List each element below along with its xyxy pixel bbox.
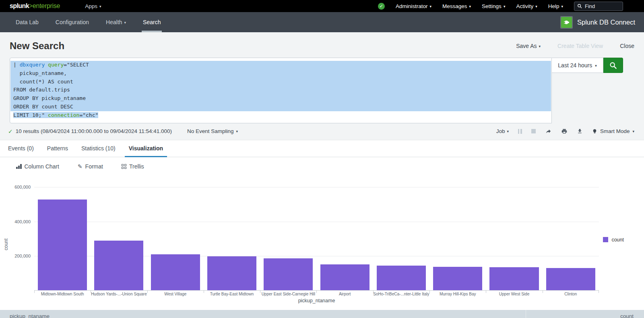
search-section: New Search Save As ▾ Create Table View C…: [0, 32, 644, 140]
x-tick-label: Upper East Side-Carnegie Hill: [260, 292, 316, 296]
close-button[interactable]: Close: [620, 43, 634, 49]
share-job-button[interactable]: [545, 128, 552, 134]
chart-bar[interactable]: [377, 266, 426, 290]
caret-down-icon: ▾: [595, 64, 597, 68]
chart-bar[interactable]: [433, 267, 482, 290]
create-table-view-label: Create Table View: [557, 43, 603, 49]
app-name-label: Splunk DB Connect: [577, 19, 635, 26]
job-label: Job: [496, 128, 505, 134]
printer-icon: [561, 128, 568, 134]
chart-bar[interactable]: [320, 264, 369, 290]
caret-down-icon: ▾: [124, 21, 126, 25]
download-icon: [577, 128, 583, 134]
y-axis-title: count: [3, 238, 9, 250]
query-line: LIMIT 10;" connection="chc": [10, 111, 551, 120]
chart-category-cell: [429, 177, 486, 290]
create-table-view-button[interactable]: Create Table View: [557, 43, 603, 49]
caret-down-icon: ▾: [507, 130, 509, 133]
x-tick-label: Murray Hill-Kips Bay: [429, 292, 486, 296]
caret-down-icon: ▾: [99, 5, 101, 8]
smart-mode-label: Smart Mode: [600, 128, 630, 134]
legend[interactable]: count: [603, 237, 624, 243]
caret-down-icon: ▾: [632, 130, 634, 133]
stats-table-header: pickup_ntaname count: [0, 310, 644, 318]
header-actions: Save As ▾ Create Table View Close: [516, 43, 634, 49]
topbar-menu-activity[interactable]: Activity▾: [516, 3, 537, 9]
event-sampling-label: No Event Sampling: [187, 128, 234, 134]
search-mode-menu[interactable]: Smart Mode ▾: [592, 128, 634, 134]
chart-category-cell: [91, 177, 147, 290]
health-status-icon[interactable]: ✓: [378, 3, 385, 10]
job-controls: Job ▾ Smart Mode ▾: [496, 128, 634, 134]
topbar-menu-administrator[interactable]: Administrator▾: [396, 3, 431, 9]
pause-job-button[interactable]: [518, 129, 522, 134]
stop-job-button[interactable]: [531, 129, 536, 133]
share-icon: [545, 128, 552, 134]
topbar-menu-help[interactable]: Help▾: [548, 3, 563, 9]
chart-type-button[interactable]: Column Chart: [16, 163, 59, 170]
x-tick-label: Hudson Yards-...-Union Square: [91, 292, 147, 296]
chart-type-label: Column Chart: [25, 163, 59, 170]
stats-column-count[interactable]: count: [526, 310, 644, 318]
find-search-box[interactable]: [574, 2, 623, 11]
caret-down-icon: ▾: [504, 5, 506, 8]
search-icon: [577, 4, 582, 9]
chart-bar[interactable]: [94, 241, 143, 290]
stats-column-pickup-ntaname[interactable]: pickup_ntaname: [0, 310, 526, 318]
trellis-grid-icon: [122, 164, 126, 169]
chart-bar[interactable]: [151, 254, 200, 290]
appbar-tab-health[interactable]: Health▾: [97, 12, 134, 32]
run-search-button[interactable]: [603, 58, 623, 73]
legend-swatch: [603, 237, 608, 242]
plug-icon: [561, 17, 572, 28]
x-tick-label: Turtle Bay-East Midtown: [204, 292, 260, 296]
chart-bar[interactable]: [38, 200, 87, 290]
chart-bar[interactable]: [207, 256, 256, 290]
caret-down-icon: ▾: [469, 5, 471, 8]
splunk-logo[interactable]: splunk>enterprise: [10, 2, 60, 10]
chart-category-cell: [34, 177, 91, 290]
caret-down-icon: ▾: [430, 5, 432, 8]
format-button[interactable]: ✎ Format: [78, 163, 103, 170]
query-line: | dbxquery query="SELECT: [10, 61, 551, 69]
app-bar: Data LabConfigurationHealth▾Search Splun…: [0, 12, 644, 32]
topbar-right: ✓ Administrator▾Messages▾Settings▾Activi…: [378, 2, 623, 11]
tab-statistics-10[interactable]: Statistics (10): [77, 140, 120, 157]
print-button[interactable]: [561, 128, 568, 134]
tab-patterns[interactable]: Patterns: [43, 140, 72, 157]
chart-bar[interactable]: [489, 267, 539, 290]
format-label: Format: [85, 163, 103, 170]
chart-category-cell: [316, 177, 373, 290]
appbar-tab-configuration[interactable]: Configuration: [47, 12, 97, 32]
query-line: ORDER BY count DESC: [10, 103, 551, 111]
stop-icon: [531, 129, 536, 133]
chart-category-cell: [204, 177, 260, 290]
chart-bar[interactable]: [546, 268, 595, 290]
trellis-button[interactable]: Trellis: [122, 163, 144, 170]
tab-visualization[interactable]: Visualization: [125, 140, 167, 157]
appbar-tab-search[interactable]: Search: [134, 12, 169, 32]
x-tick-label: SoHo-TriBeCa-...nter-Little Italy: [373, 292, 429, 296]
chart-category-cell: [373, 177, 429, 290]
save-as-button[interactable]: Save As ▾: [516, 43, 541, 49]
time-range-label: Last 24 hours: [558, 62, 592, 69]
appbar-tab-data-lab[interactable]: Data Lab: [7, 12, 47, 32]
find-input[interactable]: [585, 3, 617, 9]
x-tick-label: Upper West Side: [486, 292, 542, 296]
export-button[interactable]: [577, 128, 583, 134]
trellis-label: Trellis: [129, 163, 144, 170]
topbar-menu-settings[interactable]: Settings▾: [482, 3, 505, 9]
search-query-editor[interactable]: | dbxquery query="SELECT pickup_ntaname,…: [10, 58, 552, 123]
caret-down-icon: ▾: [539, 45, 541, 48]
visualization-toolbar: Column Chart ✎ Format Trellis: [0, 157, 644, 174]
job-menu[interactable]: Job ▾: [496, 128, 509, 134]
x-tick-label: Airport: [316, 292, 373, 296]
event-sampling-menu[interactable]: No Event Sampling ▾: [187, 128, 238, 134]
time-range-picker[interactable]: Last 24 hours ▾: [552, 58, 603, 73]
result-summary: 10 results (08/04/2024 11:00:00.000 to 0…: [16, 128, 172, 134]
apps-menu[interactable]: Apps ▾: [85, 3, 101, 9]
top-bar: splunk>enterprise Apps ▾ ✓ Administrator…: [0, 0, 644, 12]
tab-events-0[interactable]: Events (0): [4, 140, 38, 157]
chart-bar[interactable]: [264, 258, 313, 290]
topbar-menu-messages[interactable]: Messages▾: [442, 3, 471, 9]
